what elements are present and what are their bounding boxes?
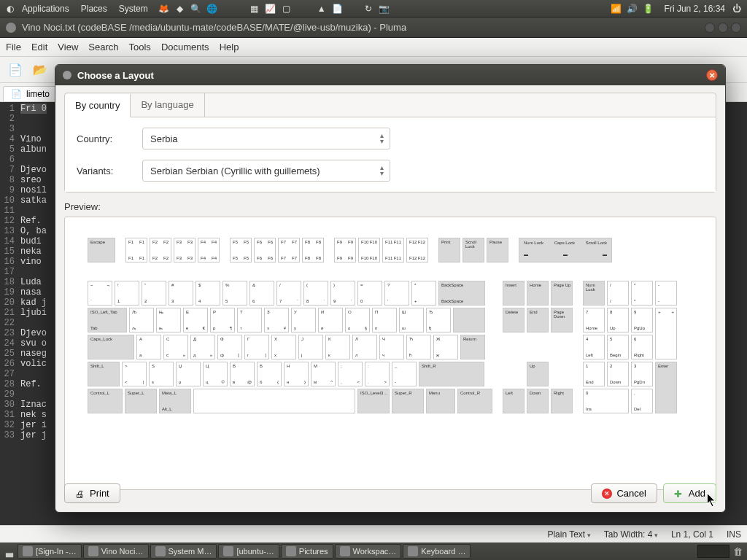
key: !1 [115,281,139,306]
key: :.> [365,362,390,386]
minimize-button[interactable] [705,23,715,33]
battery-icon[interactable]: 🔋 [643,3,654,15]
task-item[interactable]: System M… [150,544,217,559]
key: Control_R [457,389,492,413]
task-item[interactable]: Workspac… [335,544,402,559]
key: (8˙ [303,281,328,306]
plus-icon [674,489,684,499]
menu-system[interactable]: System [113,4,154,14]
key: F2F2F2F2 [150,238,171,262]
maximize-button[interactable] [718,23,728,33]
workspace-icon [340,546,350,556]
monitor-icon[interactable]: 📈 [265,3,276,15]
add-button[interactable]: Add [663,483,716,503]
close-button[interactable] [731,23,741,33]
status-position: Ln 1, Col 1 [671,529,713,540]
update-icon[interactable]: ↻ [363,3,374,15]
folder-icon [286,546,296,556]
task-item[interactable]: [Sign-In -… [18,544,82,559]
status-language[interactable]: Plain Text [547,529,590,540]
key: 3PgDn [631,362,653,386]
clock[interactable]: Fri Jun 2, 16:34 [659,4,731,14]
menu-edit[interactable]: Edit [31,42,47,52]
key: $4 [196,281,220,306]
code-area[interactable]: Fri 0Vino albunDjevosreo nosilsatkaRef. … [18,102,50,535]
key: Уу [291,308,316,332]
search-icon[interactable]: 🔍 [190,3,202,15]
key: F9F9F9F9 [334,238,356,262]
camera-icon[interactable]: 📷 [379,3,390,15]
country-value: Serbia [150,133,178,144]
keyboard-icon [408,546,418,556]
key: 9PgUp [631,308,653,332]
menu-applications[interactable]: Applications [16,4,75,14]
lock-indicators: Num LockCaps LockScroll Lock▬▬▬ [519,238,612,262]
terminal-icon[interactable]: ▢ [281,3,293,15]
key: Home [527,281,549,306]
vlc-icon[interactable]: ▲ [316,3,328,15]
key: Њњ [156,308,181,332]
open-button[interactable]: 📂 [29,59,51,81]
task-item[interactable]: [ubuntu-… [218,544,279,559]
country-combo[interactable]: Serbia ▴▾ [142,128,390,149]
key: F10F10F10F10 [358,238,380,262]
firefox-icon[interactable]: 🦊 [158,3,170,15]
key: ISO_Level3… [357,389,390,413]
key: // [607,281,629,306]
variants-combo[interactable]: Serbian Serbian (Cyrillic with guillemet… [142,160,390,182]
file-icon: 📄 [11,89,22,99]
torrent-icon[interactable]: ◆ [174,3,186,15]
key: Вв@ [230,362,255,386]
print-button[interactable]: Print [64,483,120,503]
menu-view[interactable]: View [58,42,78,52]
key: Caps_Lock [88,335,134,359]
workspace-switcher[interactable] [697,545,729,558]
status-tabwidth[interactable]: Tab Width: 4 [604,529,658,540]
key: 2Down [607,362,629,386]
chevron-updown-icon: ▴▾ [380,133,384,144]
mate-icon[interactable]: ◐ [4,3,16,15]
tab-by-language[interactable]: By language [131,93,204,117]
wifi-icon[interactable]: 📶 [611,3,622,15]
key: Џџ [176,362,201,386]
key: &6 [249,281,274,306]
globe-icon[interactable]: 🌐 [206,3,218,15]
key: ** [631,281,653,306]
dialog-close-button[interactable]: ✕ [706,69,718,81]
menu-file[interactable]: File [6,42,21,52]
volume-icon[interactable]: 🔊 [627,3,638,15]
printer-icon [75,489,85,499]
tab-limeto[interactable]: 📄 limeto [3,86,58,101]
doc-icon [88,546,98,556]
key: Page Down [551,308,573,332]
notes-icon[interactable]: 📄 [332,3,344,15]
new-button[interactable]: 📄 [4,59,26,81]
menu-search[interactable]: Search [88,42,118,52]
key: End [527,308,549,332]
key: Цц© [203,362,228,386]
tab-label: limeto [26,89,50,99]
menu-places[interactable]: Places [75,4,113,14]
trash-icon[interactable]: 🗑 [731,546,744,557]
key: Сс» [163,335,188,359]
key: Right [551,389,573,413]
app1-icon[interactable]: ▦ [249,3,260,15]
power-icon[interactable]: ⏻ [731,3,743,15]
preview-label: Preview: [64,201,716,212]
key: F4F4F4F4 [198,238,220,262]
menu-tools[interactable]: Tools [129,42,151,52]
key: Menu [426,389,455,413]
task-item[interactable]: Pictures [281,544,333,559]
task-item[interactable]: Keyboard … [403,544,471,559]
status-insert: INS [727,529,741,540]
key: Тт [237,308,262,332]
menu-help[interactable]: Help [220,42,239,52]
cancel-button[interactable]: Cancel [591,483,657,503]
tab-by-country[interactable]: By country [65,94,131,117]
task-item[interactable]: Vino Noci… [83,544,149,559]
window-title: Vino Noci.txt (codeBASE /media/ubuntu-ma… [22,22,406,33]
menu-documents[interactable]: Documents [161,42,209,52]
status-bar: Plain Text Tab Width: 4 Ln 1, Col 1 INS [0,525,747,542]
show-desktop-icon[interactable]: ▃ [3,546,16,557]
key: Бб{ [257,362,282,386]
